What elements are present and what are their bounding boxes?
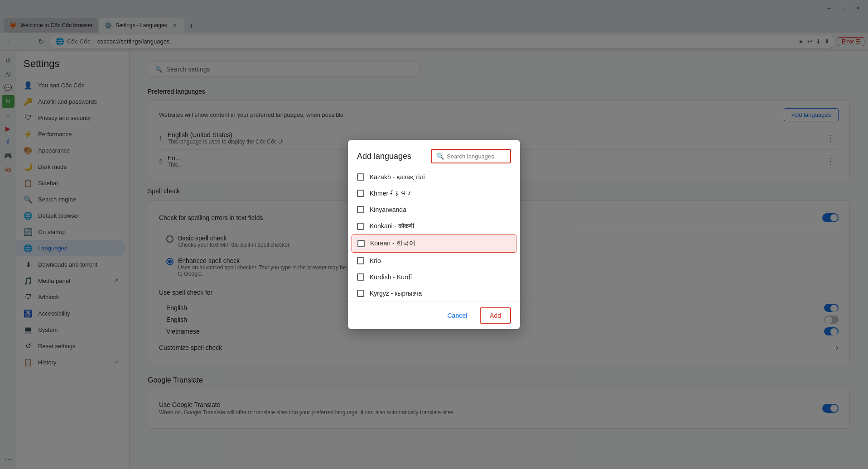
kinyarwanda-checkbox[interactable] — [357, 206, 364, 213]
krio-checkbox[interactable] — [357, 257, 364, 264]
khmer-checkbox[interactable] — [357, 190, 364, 197]
add-languages-dialog: Add languages 🔍 Kazakh - қазақ тілі Khme… — [348, 140, 520, 329]
kazakh-checkbox[interactable] — [357, 173, 364, 181]
add-button[interactable]: Add — [480, 307, 511, 324]
dialog-search-box[interactable]: 🔍 — [431, 149, 511, 163]
cancel-button[interactable]: Cancel — [440, 307, 474, 324]
kurdish-checkbox[interactable] — [357, 273, 364, 281]
konkani-label: Konkani - कोंकणी — [370, 222, 414, 230]
dialog-overlay: Add languages 🔍 Kazakh - қазақ тілі Khme… — [0, 0, 868, 469]
lang-item-kinyarwanda[interactable]: Kinyarwanda — [352, 201, 516, 218]
korean-checkbox[interactable] — [357, 240, 365, 247]
lang-item-kurdish[interactable]: Kurdish - Kurdî — [352, 269, 516, 285]
kyrgyz-label: Kyrgyz - кыргызча — [370, 290, 422, 297]
krio-label: Krio — [370, 257, 381, 264]
lang-item-korean[interactable]: Korean - 한국어 — [352, 234, 516, 253]
lang-item-kyrgyz[interactable]: Kyrgyz - кыргызча — [352, 285, 516, 302]
dialog-search-input[interactable] — [447, 153, 506, 160]
konkani-checkbox[interactable] — [357, 223, 364, 230]
kurdish-label: Kurdish - Kurdî — [370, 273, 412, 281]
kyrgyz-checkbox[interactable] — [357, 290, 364, 297]
kinyarwanda-label: Kinyarwanda — [370, 206, 406, 213]
dialog-search-icon: 🔍 — [436, 153, 444, 160]
kazakh-label: Kazakh - қазақ тілі — [370, 173, 425, 181]
lang-item-khmer[interactable]: Khmer - ខ្មែរ — [352, 185, 516, 201]
dialog-footer: Cancel Add — [348, 302, 520, 329]
khmer-label: Khmer - ខ្មែរ — [370, 190, 413, 197]
dialog-header: Add languages 🔍 — [348, 140, 520, 169]
lang-item-konkani[interactable]: Konkani - कोंकणी — [352, 218, 516, 234]
lang-item-kazakh[interactable]: Kazakh - қазақ тілі — [352, 169, 516, 185]
lang-item-krio[interactable]: Krio — [352, 253, 516, 269]
korean-label: Korean - 한국어 — [370, 239, 415, 248]
dialog-title: Add languages — [357, 152, 411, 161]
language-list: Kazakh - қазақ тілі Khmer - ខ្មែរ Kinyar… — [348, 169, 520, 302]
